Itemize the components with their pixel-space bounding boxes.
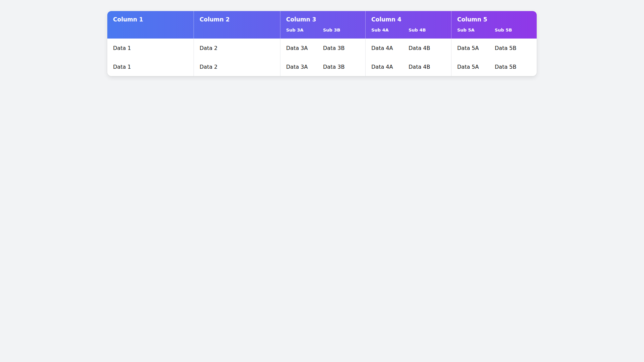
- column-header-1: Column 1: [107, 11, 194, 39]
- cell-r2-sub5a: Data 5A: [451, 57, 489, 76]
- sub-header-4b: Sub 4B: [403, 26, 451, 39]
- table-header: Column 1 Column 2 Column 3 Column 4 Colu…: [107, 11, 537, 39]
- column-header-4: Column 4: [365, 11, 451, 26]
- cell-r2-col2: Data 2: [194, 57, 280, 76]
- cell-r1-sub5a: Data 5A: [451, 39, 489, 57]
- cell-r1-sub3b: Data 3B: [317, 39, 365, 57]
- cell-r2-col1: Data 1: [107, 57, 194, 76]
- cell-r2-sub5b: Data 5B: [489, 57, 537, 76]
- column-header-5: Column 5: [451, 11, 537, 26]
- data-table-card: Column 1 Column 2 Column 3 Column 4 Colu…: [107, 11, 537, 76]
- table-row-2: Data 1 Data 2 Data 3A Data 3B Data 4A Da…: [107, 57, 537, 76]
- sub-header-3b: Sub 3B: [317, 26, 365, 39]
- table-body: Data 1 Data 2 Data 3A Data 3B Data 4A Da…: [107, 39, 537, 76]
- sub-header-3a: Sub 3A: [280, 26, 317, 39]
- cell-r2-sub3a: Data 3A: [280, 57, 317, 76]
- cell-r1-col1: Data 1: [107, 39, 194, 57]
- cell-r2-sub4a: Data 4A: [365, 57, 403, 76]
- cell-r1-sub4b: Data 4B: [403, 39, 451, 57]
- cell-r1-sub3a: Data 3A: [280, 39, 317, 57]
- cell-r1-sub4a: Data 4A: [365, 39, 403, 57]
- sub-header-5b: Sub 5B: [489, 26, 537, 39]
- cell-r2-sub4b: Data 4B: [403, 57, 451, 76]
- sub-header-4a: Sub 4A: [365, 26, 403, 39]
- column-header-3: Column 3: [280, 11, 365, 26]
- cell-r1-sub5b: Data 5B: [489, 39, 537, 57]
- table-row-1: Data 1 Data 2 Data 3A Data 3B Data 4A Da…: [107, 39, 537, 57]
- cell-r1-col2: Data 2: [194, 39, 280, 57]
- sub-header-5a: Sub 5A: [451, 26, 489, 39]
- cell-r2-sub3b: Data 3B: [317, 57, 365, 76]
- column-header-2: Column 2: [194, 11, 280, 39]
